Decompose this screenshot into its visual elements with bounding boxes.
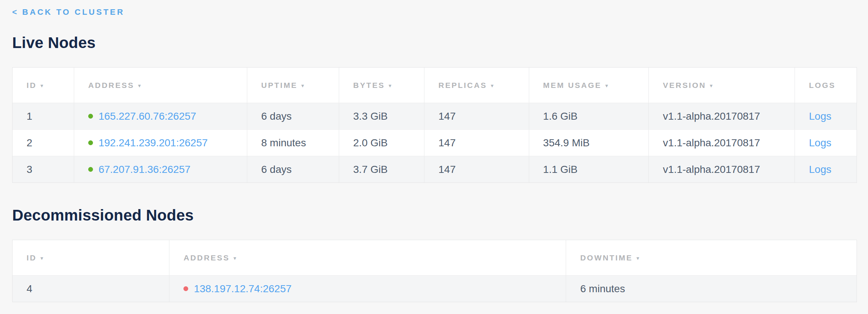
node-id-cell: 2 xyxy=(13,130,74,156)
node-uptime-cell: 8 minutes xyxy=(247,130,339,156)
node-logs-link[interactable]: Logs xyxy=(809,164,831,175)
node-version-cell: v1.1-alpha.20170817 xyxy=(649,130,795,156)
node-address-cell: 138.197.12.74:26257 xyxy=(169,276,566,302)
node-logs-link[interactable]: Logs xyxy=(809,137,831,149)
sort-arrow-icon: ▾ xyxy=(491,82,495,89)
sort-arrow-icon: ▾ xyxy=(40,255,44,262)
column-header-label: LOGS xyxy=(809,81,836,90)
column-header-uptime[interactable]: UPTIME ▾ xyxy=(247,68,339,103)
node-mem-usage-cell: 1.6 GiB xyxy=(529,103,649,129)
column-header-label: BYTES xyxy=(353,81,385,90)
node-address-cell: 192.241.239.201:26257 xyxy=(74,130,247,156)
column-header-label: VERSION xyxy=(663,81,706,90)
column-header-logs: LOGS xyxy=(795,68,857,103)
node-address-link[interactable]: 138.197.12.74:26257 xyxy=(194,283,292,295)
column-header-label: ADDRESS xyxy=(183,253,230,262)
back-to-cluster-link[interactable]: <BACK TO CLUSTER xyxy=(12,7,125,17)
table-row: 2 192.241.239.201:26257 8 minutes 2.0 Gi… xyxy=(13,129,857,156)
live-nodes-table: ID ▾ ADDRESS ▾ UPTIME ▾ BYTES ▾ REPLICAS… xyxy=(12,67,857,183)
node-address-cell: 165.227.60.76:26257 xyxy=(74,103,247,129)
node-version-cell: v1.1-alpha.20170817 xyxy=(649,156,795,182)
column-header-id[interactable]: ID ▾ xyxy=(13,68,74,103)
back-link-label: BACK TO CLUSTER xyxy=(22,7,124,17)
column-header-label: ID xyxy=(27,253,37,262)
node-uptime-cell: 6 days xyxy=(247,156,339,182)
sort-arrow-icon: ▾ xyxy=(637,255,641,262)
node-address-link[interactable]: 67.207.91.36:26257 xyxy=(99,164,190,175)
decommissioned-nodes-table: ID ▾ ADDRESS ▾ DOWNTIME ▾ 4 138.197.12.7… xyxy=(12,240,857,302)
node-id-cell: 1 xyxy=(13,103,74,129)
table-row: 3 67.207.91.36:26257 6 days 3.7 GiB 147 … xyxy=(13,156,857,182)
back-chevron-icon: < xyxy=(12,7,18,17)
nodes-overview-page: <BACK TO CLUSTER Live Nodes ID ▾ ADDRESS… xyxy=(0,0,868,302)
node-decommissioned-status-icon xyxy=(183,286,188,291)
sort-arrow-icon: ▾ xyxy=(138,82,142,89)
column-header-id[interactable]: ID ▾ xyxy=(13,240,169,275)
node-id-cell: 4 xyxy=(13,276,169,302)
table-row: 1 165.227.60.76:26257 6 days 3.3 GiB 147… xyxy=(13,103,857,129)
node-replicas-cell: 147 xyxy=(424,156,529,182)
column-header-downtime[interactable]: DOWNTIME ▾ xyxy=(566,240,857,275)
node-logs-link[interactable]: Logs xyxy=(809,110,831,122)
sort-arrow-icon: ▾ xyxy=(605,82,609,89)
node-live-status-icon xyxy=(88,114,93,119)
node-bytes-cell: 3.3 GiB xyxy=(339,103,424,129)
live-nodes-header-row: ID ▾ ADDRESS ▾ UPTIME ▾ BYTES ▾ REPLICAS… xyxy=(13,68,857,103)
column-header-label: ID xyxy=(27,81,37,90)
column-header-label: UPTIME xyxy=(261,81,298,90)
column-header-bytes[interactable]: BYTES ▾ xyxy=(339,68,424,103)
column-header-mem-usage[interactable]: MEM USAGE ▾ xyxy=(529,68,649,103)
node-downtime-cell: 6 minutes xyxy=(566,276,857,302)
column-header-version[interactable]: VERSION ▾ xyxy=(649,68,795,103)
node-address-link[interactable]: 192.241.239.201:26257 xyxy=(99,137,208,149)
sort-arrow-icon: ▾ xyxy=(233,255,237,262)
column-header-address[interactable]: ADDRESS ▾ xyxy=(74,68,247,103)
table-row: 4 138.197.12.74:26257 6 minutes xyxy=(13,275,857,302)
column-header-address[interactable]: ADDRESS ▾ xyxy=(169,240,566,275)
node-bytes-cell: 2.0 GiB xyxy=(339,130,424,156)
node-bytes-cell: 3.7 GiB xyxy=(339,156,424,182)
node-replicas-cell: 147 xyxy=(424,103,529,129)
column-header-replicas[interactable]: REPLICAS ▾ xyxy=(424,68,529,103)
sort-arrow-icon: ▾ xyxy=(301,82,305,89)
node-version-cell: v1.1-alpha.20170817 xyxy=(649,103,795,129)
node-replicas-cell: 147 xyxy=(424,130,529,156)
node-logs-cell: Logs xyxy=(795,103,857,129)
sort-arrow-icon: ▾ xyxy=(710,82,714,89)
sort-arrow-icon: ▾ xyxy=(40,82,44,89)
live-nodes-title: Live Nodes xyxy=(12,34,857,52)
decommissioned-nodes-header-row: ID ▾ ADDRESS ▾ DOWNTIME ▾ xyxy=(13,240,857,275)
node-id-cell: 3 xyxy=(13,156,74,182)
node-logs-cell: Logs xyxy=(795,130,857,156)
sort-arrow-icon: ▾ xyxy=(389,82,393,89)
node-uptime-cell: 6 days xyxy=(247,103,339,129)
node-live-status-icon xyxy=(88,140,93,145)
node-mem-usage-cell: 354.9 MiB xyxy=(529,130,649,156)
column-header-label: REPLICAS xyxy=(438,81,487,90)
column-header-label: ADDRESS xyxy=(88,81,134,90)
column-header-label: MEM USAGE xyxy=(543,81,602,90)
node-mem-usage-cell: 1.1 GiB xyxy=(529,156,649,182)
node-address-link[interactable]: 165.227.60.76:26257 xyxy=(99,110,196,122)
node-live-status-icon xyxy=(88,167,93,172)
decommissioned-nodes-title: Decommissioned Nodes xyxy=(12,207,857,224)
node-logs-cell: Logs xyxy=(795,156,857,182)
node-address-cell: 67.207.91.36:26257 xyxy=(74,156,247,182)
column-header-label: DOWNTIME xyxy=(580,253,633,262)
